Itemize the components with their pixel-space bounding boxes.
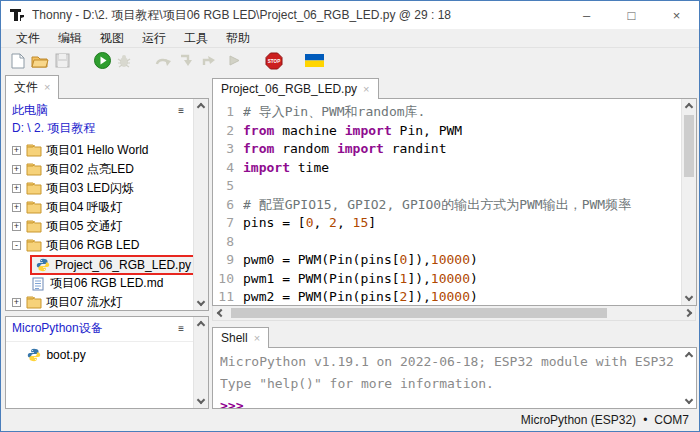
- line-number: 4: [213, 159, 243, 178]
- tree-item-label: 项目03 LED闪烁: [46, 180, 134, 197]
- run-button[interactable]: [91, 51, 113, 71]
- tab-close-icon[interactable]: ×: [44, 82, 50, 93]
- line-number: 10: [213, 270, 243, 289]
- tree-item-label: 项目06 RGB LED: [46, 237, 139, 254]
- tree-expander-icon[interactable]: +: [12, 203, 21, 212]
- md-icon: [30, 277, 46, 291]
- minimize-button[interactable]: –: [564, 8, 609, 23]
- tree-expander-icon[interactable]: +: [12, 184, 21, 193]
- editor-tabstrip: Project_06_RGB_LED.py ×: [212, 77, 697, 98]
- tab-files-label: 文件: [14, 79, 38, 96]
- device-scrollbar[interactable]: [193, 317, 208, 408]
- step-out-button[interactable]: [197, 51, 219, 71]
- hscrollbar-thumb[interactable]: [231, 308, 607, 318]
- open-file-button[interactable]: [29, 51, 51, 71]
- panel-menu-icon[interactable]: ≡: [178, 324, 184, 334]
- tree-item[interactable]: +项目02 点亮LED: [6, 160, 208, 179]
- shell-panel[interactable]: MicroPython v1.19.1 on 2022-06-18; ESP32…: [212, 347, 697, 409]
- micropython-device-panel: MicroPython设备 ≡ boot.py: [5, 316, 209, 409]
- folder-icon: [26, 239, 42, 253]
- stop-button[interactable]: STOP: [263, 51, 285, 71]
- folder-icon: [26, 144, 42, 158]
- shell-line: MicroPython v1.19.1 on 2022-06-18; ESP32…: [220, 351, 678, 373]
- maximize-button[interactable]: □: [609, 8, 654, 23]
- tree-expander-icon[interactable]: +: [12, 298, 21, 307]
- svg-text:STOP: STOP: [268, 59, 280, 64]
- tab-editor-file[interactable]: Project_06_RGB_LED.py ×: [212, 78, 379, 99]
- tab-files[interactable]: 文件 ×: [5, 75, 59, 99]
- step-into-icon: [179, 54, 193, 67]
- step-out-icon: [201, 54, 215, 67]
- this-computer-link[interactable]: 此电脑: [12, 102, 48, 119]
- title-bar: Thonny - D:\2. 项目教程\项目06 RGB LED\Project…: [1, 1, 699, 29]
- tab-close-icon[interactable]: ×: [254, 333, 260, 344]
- device-panel-title[interactable]: MicroPython设备: [12, 320, 103, 337]
- menu-item-帮助[interactable]: 帮助: [217, 30, 259, 47]
- close-button[interactable]: ×: [654, 8, 699, 23]
- code-text: from machine import Pin, PWM: [243, 122, 681, 141]
- port-label[interactable]: COM7: [654, 413, 689, 427]
- file-tree: +项目01 Hello World+项目02 点亮LED+项目03 LED闪烁+…: [6, 138, 208, 311]
- menu-item-视图[interactable]: 视图: [91, 30, 133, 47]
- current-path-link[interactable]: D: \ 2. 项目教程: [12, 120, 95, 137]
- tree-expander-icon[interactable]: +: [12, 165, 21, 174]
- tree-item[interactable]: +项目01 Hello World: [6, 141, 208, 160]
- tree-item[interactable]: +项目07 流水灯: [6, 293, 208, 311]
- line-number: 9: [213, 251, 243, 270]
- editor-scrollbar[interactable]: [681, 99, 696, 305]
- folder-icon: [26, 182, 42, 196]
- tab-close-icon[interactable]: ×: [363, 84, 369, 95]
- main-area: 文件 × 此电脑 ≡ D: \ 2. 项目教程 +项目01 Hello Worl…: [1, 73, 699, 409]
- code-text: import time: [243, 159, 681, 178]
- tab-editor-label: Project_06_RGB_LED.py: [221, 82, 357, 96]
- folder-icon: [26, 163, 42, 177]
- scroll-down-icon: [684, 396, 692, 404]
- toolbar: STOP: [1, 48, 699, 73]
- tree-item[interactable]: boot.py: [6, 345, 208, 364]
- editor-hscrollbar[interactable]: [212, 306, 696, 321]
- tree-item[interactable]: 项目06 RGB LED.md: [6, 274, 208, 293]
- menu-item-文件[interactable]: 文件: [7, 30, 49, 47]
- shell-line: Type "help()" for more information.: [220, 373, 678, 395]
- tree-expander-icon[interactable]: -: [12, 241, 21, 250]
- step-over-button[interactable]: [153, 51, 175, 71]
- tree-item-label: 项目04 呼吸灯: [46, 199, 123, 216]
- code-editor[interactable]: 1# 导入Pin、PWM和random库.2from machine impor…: [212, 98, 697, 306]
- open-folder-icon: [31, 54, 49, 68]
- new-file-icon: [11, 53, 25, 69]
- debug-button[interactable]: [113, 51, 135, 71]
- tree-expander-icon[interactable]: +: [12, 146, 21, 155]
- tab-shell[interactable]: Shell ×: [212, 327, 269, 348]
- ukraine-flag-icon: [305, 54, 324, 67]
- line-number: 7: [213, 214, 243, 233]
- tree-item[interactable]: -项目06 RGB LED: [6, 236, 208, 255]
- code-text: [243, 233, 681, 252]
- tab-shell-label: Shell: [221, 331, 248, 345]
- menu-item-编辑[interactable]: 编辑: [49, 30, 91, 47]
- code-text: # 配置GPIO15, GPIO2, GPIO0的输出方式为PWM输出，PWM频…: [243, 196, 681, 215]
- new-file-button[interactable]: [7, 51, 29, 71]
- step-into-button[interactable]: [175, 51, 197, 71]
- tree-item[interactable]: +项目03 LED闪烁: [6, 179, 208, 198]
- resume-button[interactable]: [223, 51, 245, 71]
- shell-scrollbar[interactable]: [681, 348, 696, 408]
- annotation-red-box: Project_06_RGB_LED.py: [30, 255, 207, 275]
- tree-expander-icon[interactable]: +: [12, 222, 21, 231]
- interpreter-label[interactable]: MicroPython (ESP32): [521, 413, 636, 427]
- tree-item[interactable]: Project_06_RGB_LED.py: [6, 255, 208, 274]
- scrollbar-thumb[interactable]: [684, 115, 694, 177]
- save-file-button[interactable]: [51, 51, 73, 71]
- stop-icon: STOP: [265, 52, 283, 70]
- folder-icon: [26, 201, 42, 215]
- code-text: pwm1 = PWM(Pin(pins[1]),10000): [243, 270, 681, 289]
- tree-item[interactable]: +项目05 交通灯: [6, 217, 208, 236]
- menu-item-工具[interactable]: 工具: [175, 30, 217, 47]
- files-scrollbar[interactable]: [193, 99, 208, 310]
- panel-menu-icon[interactable]: ≡: [178, 106, 184, 116]
- tree-item[interactable]: +项目04 呼吸灯: [6, 198, 208, 217]
- tree-item-label: 项目06 RGB LED.md: [50, 275, 163, 292]
- menu-item-运行[interactable]: 运行: [133, 30, 175, 47]
- ukraine-support-button[interactable]: [303, 51, 325, 71]
- code-text: from random import randint: [243, 140, 681, 159]
- step-over-icon: [155, 55, 173, 67]
